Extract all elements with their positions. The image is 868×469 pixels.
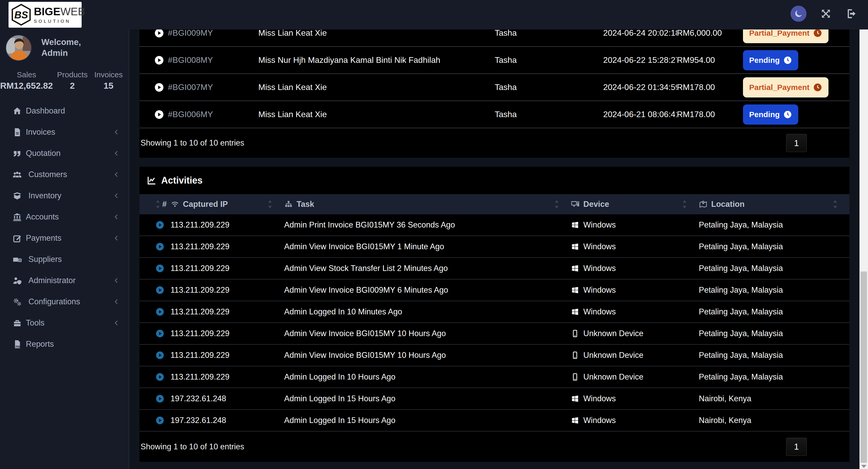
sidebar-item-suppliers[interactable]: Suppliers — [0, 249, 129, 270]
activity-device: Unknown Device — [583, 372, 644, 382]
sidebar-item-label: Suppliers — [28, 255, 62, 264]
activities-title: Activities — [161, 175, 203, 186]
sidebar-item-dashboard[interactable]: Dashboard — [0, 100, 129, 121]
chevron-left-icon — [113, 192, 120, 200]
column-header-location[interactable]: Location — [699, 194, 849, 214]
expand-row-play-icon[interactable] — [156, 307, 164, 316]
activity-ip: 113.211.209.229 — [170, 372, 284, 382]
status-badge[interactable]: Partial_Payment — [743, 77, 829, 97]
expand-row-play-icon[interactable] — [154, 28, 164, 38]
column-label: Task — [297, 200, 314, 209]
invoice-amount: RM6,000.00 — [677, 28, 741, 38]
activity-ip: 113.211.209.229 — [170, 307, 284, 317]
windows-icon — [571, 286, 579, 294]
chevron-left-icon — [113, 171, 120, 178]
sidebar-item-customers[interactable]: Customers — [0, 164, 129, 185]
column-header-captured-ip[interactable]: Captured IP — [170, 194, 284, 214]
sidebar-stats: Sales RM12,652.82 Products 2 Invoices 15 — [0, 70, 129, 91]
logout-icon[interactable] — [845, 8, 857, 20]
invoice-datetime: 2024-06-22 15:28:27 — [603, 55, 677, 65]
clock-icon — [783, 110, 792, 119]
list-item: 113.211.209.229 Admin Print Invoice BGI0… — [140, 214, 849, 236]
chevron-left-icon — [113, 319, 120, 327]
sidebar-item-quotation[interactable]: Quotation — [0, 143, 129, 164]
activity-task: Admin View Invoice BGI015MY 1 Minute Ago — [284, 242, 571, 251]
expand-row-play-icon[interactable] — [154, 83, 164, 92]
sidebar-item-payments[interactable]: Payments — [0, 228, 129, 249]
chevron-left-icon — [113, 298, 120, 305]
desktop-icon — [571, 200, 580, 209]
stat-label-sales: Sales — [0, 70, 53, 79]
windows-icon — [571, 416, 579, 424]
sidebar-item-label: Invoices — [26, 127, 55, 137]
sidebar-item-label: Dashboard — [26, 106, 65, 116]
invoice-agent: Tasha — [495, 28, 603, 38]
expand-row-play-icon[interactable] — [156, 221, 164, 229]
brand-logo[interactable]: BS BIGEWEB SOLUTION — [8, 2, 82, 28]
gears-icon — [12, 297, 22, 306]
pagination-page-1[interactable]: 1 — [786, 134, 807, 152]
topbar — [0, 0, 868, 29]
mobile-icon — [571, 329, 579, 338]
sidebar-item-administrator[interactable]: Administrator — [0, 270, 129, 291]
activity-task: Admin View Stock Transfer List 2 Minutes… — [284, 264, 571, 273]
scrollbar-thumb[interactable] — [861, 271, 867, 463]
activity-device: Windows — [583, 242, 616, 251]
sort-icon — [681, 199, 688, 210]
brand-subtitle: SOLUTION — [34, 19, 85, 24]
column-header-device[interactable]: Device — [571, 194, 699, 214]
sort-icon — [154, 199, 162, 210]
invoice-datetime: 2024-06-24 20:02:18 — [603, 28, 677, 38]
invoice-datetime: 2024-06-21 08:06:41 — [603, 110, 677, 119]
stat-label-invoices: Invoices — [92, 70, 125, 79]
status-label: Pending — [749, 56, 780, 65]
activity-location: Petaling Jaya, Malaysia — [699, 264, 849, 273]
invoice-customer: Miss Lian Keat Xie — [258, 28, 495, 38]
sidebar-item-configurations[interactable]: Configurations — [0, 291, 129, 312]
status-badge[interactable]: Pending — [743, 50, 798, 70]
scrollbar-track — [860, 29, 868, 469]
chart-line-icon — [147, 176, 157, 185]
sidebar-item-reports[interactable]: Reports — [0, 333, 129, 355]
file-pdf-icon — [12, 340, 22, 349]
sidebar-item-invoices[interactable]: Invoices — [0, 121, 129, 143]
brand-name-light: WEB — [60, 5, 85, 18]
sidebar-item-label: Inventory — [28, 191, 61, 200]
windows-icon — [571, 221, 579, 229]
mobile-icon — [571, 373, 579, 381]
activities-table-footer: Showing 1 to 10 of 10 entries 1 — [140, 432, 849, 462]
expand-row-play-icon[interactable] — [156, 286, 164, 294]
column-header-index[interactable]: # — [140, 194, 170, 214]
sitemap-icon — [284, 200, 293, 209]
activity-device: Windows — [583, 264, 616, 273]
expand-row-play-icon[interactable] — [156, 264, 164, 273]
expand-row-play-icon[interactable] — [156, 329, 164, 338]
user-shield-icon — [12, 276, 22, 286]
expand-row-play-icon[interactable] — [156, 351, 164, 360]
bank-icon — [12, 212, 22, 222]
pagination-page-1[interactable]: 1 — [786, 438, 807, 456]
expand-row-play-icon[interactable] — [156, 394, 164, 403]
sidebar-item-inventory[interactable]: Inventory — [0, 185, 129, 206]
expand-row-play-icon[interactable] — [154, 55, 164, 65]
dark-mode-toggle[interactable] — [790, 6, 807, 22]
activity-task: Admin Logged In 10 Minutes Ago — [284, 307, 571, 317]
windows-icon — [571, 242, 579, 251]
stat-value-products: 2 — [53, 81, 92, 91]
map-icon — [699, 200, 708, 209]
sidebar-item-accounts[interactable]: Accounts — [0, 206, 129, 228]
welcome-label: Welcome, — [41, 37, 81, 48]
expand-row-play-icon[interactable] — [156, 242, 164, 251]
invoice-id: #BGI008MY — [168, 55, 258, 65]
expand-row-play-icon[interactable] — [154, 110, 164, 119]
status-badge[interactable]: Pending — [743, 105, 798, 125]
brand-name-bold: BIGE — [34, 5, 60, 18]
sidebar-nav: Dashboard Invoices Quotation Customers I… — [0, 100, 129, 355]
invoice-amount: RM954.00 — [677, 55, 741, 65]
expand-row-play-icon[interactable] — [156, 416, 164, 425]
column-header-task[interactable]: Task — [284, 194, 571, 214]
expand-row-play-icon[interactable] — [156, 373, 164, 381]
fullscreen-icon[interactable] — [820, 8, 832, 20]
sort-icon — [831, 199, 839, 210]
sidebar-item-tools[interactable]: Tools — [0, 312, 129, 333]
